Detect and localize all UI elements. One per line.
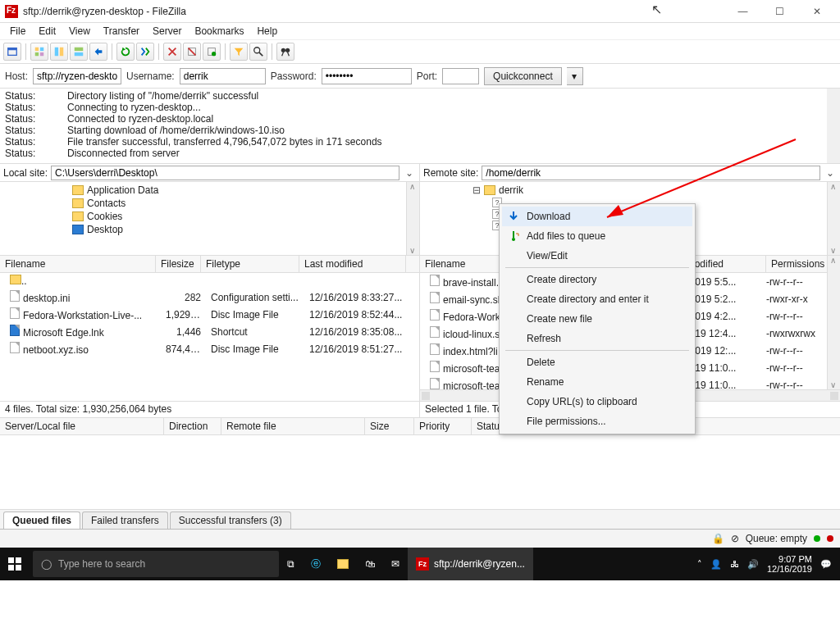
context-menu-item[interactable]: Rename xyxy=(502,372,692,392)
context-menu-item[interactable]: Add files to queue xyxy=(502,226,692,246)
local-tree-item[interactable]: Desktop xyxy=(87,224,123,235)
notifications-icon[interactable]: 💬 xyxy=(820,559,832,570)
context-menu-item[interactable]: File permissions... xyxy=(502,411,692,431)
cancel-button[interactable] xyxy=(163,43,181,61)
password-input[interactable] xyxy=(322,68,412,84)
network-icon: ⊘ xyxy=(731,533,739,544)
site-manager-button[interactable] xyxy=(3,43,21,61)
local-pane: Local site: ⌄ Application DataContactsCo… xyxy=(0,164,420,417)
explorer-icon[interactable] xyxy=(329,548,357,580)
menu-server[interactable]: Server xyxy=(146,24,188,39)
local-path-dropdown[interactable]: ⌄ xyxy=(403,167,416,179)
col-header[interactable]: Size xyxy=(365,418,414,434)
list-item[interactable]: Microsoft Edge.lnk1,446Shortcut12/16/201… xyxy=(0,323,419,340)
context-menu-item[interactable]: Download xyxy=(502,207,692,226)
store-icon[interactable]: 🛍 xyxy=(357,548,383,580)
toggle-local-tree-button[interactable] xyxy=(50,43,68,61)
compare-button[interactable] xyxy=(249,43,267,61)
menu-file[interactable]: File xyxy=(3,24,32,39)
svg-point-14 xyxy=(281,48,285,52)
context-menu-item[interactable]: Create directory xyxy=(502,270,692,289)
port-input[interactable] xyxy=(442,68,479,84)
username-input[interactable] xyxy=(180,68,266,84)
log-scrollbar[interactable] xyxy=(827,89,840,163)
system-tray[interactable]: ˄ 👤 🖧 🔊 9:07 PM 12/16/2019 💬 xyxy=(689,554,840,574)
bottom-status-bar: 🔒 ⊘ Queue: empty xyxy=(0,530,840,548)
local-path-input[interactable] xyxy=(51,166,399,180)
people-icon[interactable]: 👤 xyxy=(710,559,722,570)
col-header[interactable]: Filename xyxy=(0,256,156,272)
volume-icon[interactable]: 🔊 xyxy=(747,559,759,570)
remote-path-dropdown[interactable]: ⌄ xyxy=(824,167,837,179)
toggle-queue-button[interactable] xyxy=(89,43,107,61)
list-item[interactable]: desktop.ini282Configuration setti...12/1… xyxy=(0,289,419,306)
context-menu-item[interactable]: View/Edit xyxy=(502,246,692,266)
local-tree-scrollbar[interactable] xyxy=(406,182,419,255)
tab-successful-transfers[interactable]: Successful transfers (3) xyxy=(170,512,291,529)
menu-transfer[interactable]: Transfer xyxy=(97,24,146,39)
close-button[interactable]: ✕ xyxy=(798,0,835,23)
menu-edit[interactable]: Edit xyxy=(32,24,62,39)
tab-queued-files[interactable]: Queued files xyxy=(3,512,80,529)
taskbar-search[interactable]: ◯ Type here to search xyxy=(33,551,279,577)
tab-failed-transfers[interactable]: Failed transfers xyxy=(82,512,168,529)
list-item[interactable]: .. xyxy=(0,273,419,289)
svg-rect-19 xyxy=(16,565,21,571)
disconnect-button[interactable] xyxy=(183,43,201,61)
toggle-remote-tree-button[interactable] xyxy=(70,43,88,61)
local-tree[interactable]: Application DataContactsCookiesDesktop xyxy=(0,182,419,256)
col-header[interactable]: Last modified xyxy=(299,256,406,272)
remote-site-label: Remote site: xyxy=(423,167,478,179)
local-tree-item[interactable]: Cookies xyxy=(87,211,122,222)
clock-time: 9:07 PM xyxy=(767,554,812,564)
status-dot-green xyxy=(814,535,820,542)
tray-overflow-icon[interactable]: ˄ xyxy=(697,559,702,570)
host-input[interactable] xyxy=(33,68,121,84)
network-tray-icon[interactable]: 🖧 xyxy=(730,559,739,569)
local-tree-item[interactable]: Contacts xyxy=(87,198,126,209)
cortana-icon: ◯ xyxy=(41,558,52,570)
context-menu-item[interactable]: Copy URL(s) to clipboard xyxy=(502,392,692,411)
context-menu-item[interactable]: Delete xyxy=(502,352,692,372)
col-header[interactable]: Priority xyxy=(414,418,472,434)
svg-rect-5 xyxy=(40,52,43,56)
list-item[interactable]: Fedora-Workstation-Live-...1,929,379,8..… xyxy=(0,306,419,323)
menu-bookmarks[interactable]: Bookmarks xyxy=(188,24,250,39)
filter-button[interactable] xyxy=(230,43,248,61)
col-header[interactable]: Filename xyxy=(420,256,510,272)
local-site-label: Local site: xyxy=(3,167,48,179)
remote-tree-root[interactable]: derrik xyxy=(499,184,523,196)
col-header[interactable]: Remote file xyxy=(221,418,365,434)
start-button[interactable] xyxy=(0,548,30,580)
task-view-button[interactable]: ⧉ xyxy=(279,548,303,580)
remote-tree-scrollbar[interactable] xyxy=(827,182,840,255)
list-item[interactable]: netboot.xyz.iso874,496Disc Image File12/… xyxy=(0,340,419,357)
context-menu-item[interactable]: Create directory and enter it xyxy=(502,289,692,309)
col-header[interactable]: Server/Local file xyxy=(0,418,164,434)
context-menu-item[interactable]: Create new file xyxy=(502,309,692,329)
process-queue-button[interactable] xyxy=(136,43,154,61)
toolbar xyxy=(0,39,840,64)
col-header[interactable]: Filetype xyxy=(201,256,299,272)
context-menu-item[interactable]: Refresh xyxy=(502,329,692,348)
reconnect-button[interactable] xyxy=(203,43,221,61)
remote-list-scrollbar[interactable] xyxy=(827,256,840,389)
refresh-button[interactable] xyxy=(116,43,135,61)
edge-icon[interactable]: ⓔ xyxy=(303,548,329,580)
local-tree-item[interactable]: Application Data xyxy=(87,184,158,196)
menu-view[interactable]: View xyxy=(62,24,97,39)
minimize-button[interactable]: — xyxy=(724,0,761,23)
quickconnect-dropdown[interactable]: ▾ xyxy=(567,67,583,85)
toggle-log-button[interactable] xyxy=(30,43,48,61)
remote-path-input[interactable] xyxy=(482,166,820,180)
local-file-list[interactable]: FilenameFilesizeFiletypeLast modified ..… xyxy=(0,256,419,401)
menu-help[interactable]: Help xyxy=(250,24,284,39)
quickconnect-button[interactable]: Quickconnect xyxy=(484,67,562,85)
mail-icon[interactable]: ✉ xyxy=(383,548,408,580)
filezilla-taskbar[interactable]: Fzsftp://derrik@ryzen... xyxy=(408,548,533,580)
maximize-button[interactable]: ☐ xyxy=(761,0,798,23)
search-button[interactable] xyxy=(276,43,294,61)
col-header[interactable]: Direction xyxy=(164,418,221,434)
col-header[interactable]: Filesize xyxy=(156,256,201,272)
username-label: Username: xyxy=(126,70,175,82)
